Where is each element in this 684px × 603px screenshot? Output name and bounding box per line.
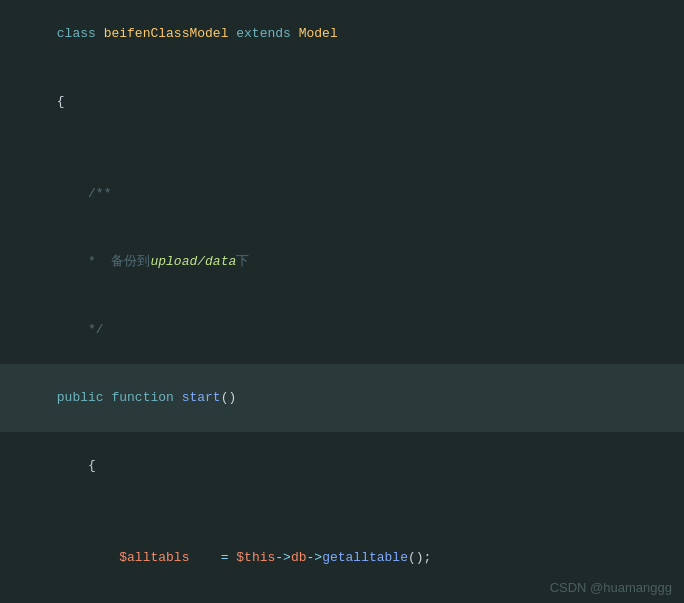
code-line-2: { — [0, 68, 684, 136]
code-line-4: /** — [0, 160, 684, 228]
line-content-1: class beifenClassModel extends Model — [10, 1, 684, 67]
code-line-6: */ — [0, 296, 684, 364]
code-line-8: { — [0, 432, 684, 500]
watermark: CSDN @huamanggg — [550, 580, 672, 595]
code-editor: class beifenClassModel extends Model { /… — [0, 0, 684, 603]
line-content-2: { — [10, 69, 684, 135]
code-line-3 — [0, 136, 684, 160]
code-line-9 — [0, 500, 684, 524]
code-line-1: class beifenClassModel extends Model — [0, 0, 684, 68]
code-line-5: * 备份到upload/data下 — [0, 228, 684, 296]
code-line-7: public function start() — [0, 364, 684, 432]
